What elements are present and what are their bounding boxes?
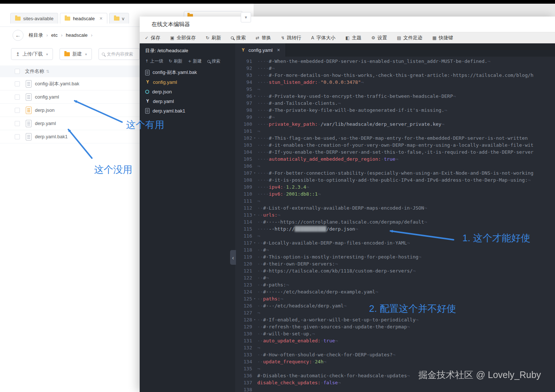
fold-marker-icon[interactable]: ▾ [252,93,257,100]
breadcrumb-item[interactable]: headscale [66,32,87,38]
toolbar-button-goto[interactable]: ↯跳转行 [281,35,301,41]
search-input[interactable] [107,51,136,57]
tree-button-label: 上一级 [150,58,163,64]
select-all-checkbox[interactable] [15,69,20,74]
tree-item[interactable]: Yderp.yaml [140,96,235,106]
toolbar-button-save[interactable]: ✓保存 [145,35,160,41]
tree-button-refresh[interactable]: ↻刷新 [169,58,182,64]
new-button[interactable]: 新建 ▾ [60,48,92,60]
file-content-search[interactable] [99,48,140,60]
toolbar-button-save-all[interactable]: ▣全部保存 [170,35,196,41]
toolbar-button-settings[interactable]: ⚙设置 [371,35,387,41]
code-editor[interactable]: 91····#·When·the·embedded·DERP·server·is… [235,57,555,392]
toolbar-button-replace[interactable]: ⇄替换 [255,35,271,41]
refresh-icon: ↻ [205,35,209,40]
toolbar-button-footprint[interactable]: ▤文件足迹 [397,35,422,41]
row-checkbox[interactable] [15,134,20,139]
fold-gutter [252,177,257,183]
code-line: 97····#·and·Tailscale·clients.¬ [235,100,555,107]
code-line: 93····#·For·more·details·on·how·this·wor… [235,72,555,79]
tree-item[interactable]: derp.yaml.bak1 [140,106,235,115]
code-line: 124··#····-·/etc/headscale/derp-example.… [235,288,555,295]
code-text: ····private_key_path:·/var/lib/headscale… [257,121,444,128]
code-line: 120··#·their·own·DERP·servers:¬ [235,260,555,267]
line-number: 92 [235,65,252,72]
fold-marker-icon[interactable]: ▾ [252,135,257,142]
yaml-icon: Y [145,79,150,85]
line-number: 128 [235,316,252,323]
line-number: 107 [235,170,252,177]
code-line: 111¬ [235,197,555,204]
upload-download-button[interactable]: ↥ 上传/下载 ▾ [11,48,53,60]
toolbar-button-label: 搜索 [236,35,246,41]
editor-body: 目录: /etc/headscale ↑上一级↻刷新+新建搜索 config-副… [140,43,555,392]
line-number: 98 [235,107,252,114]
tree-item[interactable]: Yconfig.yaml [140,77,235,87]
line-number: 115 [235,225,252,232]
tab-config-yaml[interactable]: Y config.yaml × [235,43,286,57]
theme-icon: ◧ [345,35,350,40]
toolbar-button-theme[interactable]: ◧主题 [345,35,361,41]
fold-marker-icon[interactable]: ▾ [252,239,257,246]
code-line: 138 [235,386,555,392]
toolbar-button-refresh[interactable]: ↻刷新 [205,35,221,41]
line-number: 96 [235,93,252,100]
tree-button-search[interactable]: 搜索 [207,58,221,64]
tree-button-plus[interactable]: +新建 [188,58,201,64]
breadcrumb-item[interactable]: etc [51,32,57,38]
code-text: ¬ [257,232,260,239]
fold-marker-icon[interactable]: ▾ [252,295,257,302]
code-text: disable_check_updates:·false¬ [257,379,341,386]
annotation-note2: 2. 配置这个并不好使 [369,302,456,315]
settings-icon: ⚙ [371,35,375,40]
dialog-header: 在线文本编辑器 [140,17,555,32]
close-icon[interactable]: × [100,15,103,21]
tree-button-up[interactable]: ↑上一级 [145,58,163,64]
tree-item[interactable]: config-副本.yaml.bak [140,68,235,77]
line-number: 100 [235,121,252,128]
code-text: ····#·The·private·key·file·will·be·autog… [257,107,447,114]
fold-marker-icon[interactable]: ▾ [252,316,257,323]
sort-icon[interactable]: ⇅ [46,69,49,74]
fold-gutter [252,344,257,351]
fold-gutter [252,386,257,392]
row-checkbox[interactable] [15,81,20,86]
row-checkbox[interactable] [15,108,20,113]
fold-gutter [252,65,257,72]
row-checkbox[interactable] [15,95,20,100]
tab-headscale[interactable]: headscale× [60,13,107,24]
file-name: derp.json [35,107,54,113]
fold-gutter [252,149,257,156]
tab-sites-available[interactable]: sites-available [10,13,58,24]
search-icon [207,60,210,63]
code-text: ¬ [257,365,260,372]
line-number: 133 [235,351,252,358]
code-text: ··#¬ [257,274,269,281]
line-number: 135 [235,365,252,372]
fold-marker-icon[interactable]: ▾ [252,170,257,177]
row-checkbox[interactable] [15,121,20,126]
tab-list-dropdown-button[interactable]: ▾ [241,12,251,22]
toolbar-button-label: 替换 [262,35,271,41]
tree-item[interactable]: derp.json [140,87,235,96]
toolbar-button-hotkey[interactable]: ▦快捷键 [432,35,453,41]
tab-label: v [122,16,125,21]
sidebar-collapse-handle[interactable]: ‹ [230,250,236,265]
code-text: ··#·their·own·DERP·servers:¬ [257,260,338,267]
tab-v[interactable]: v [109,13,129,24]
breadcrumb-item[interactable]: 根目录 [29,32,43,39]
code-line: 91····#·When·the·embedded·DERP·server·is… [235,58,555,65]
folder-icon [15,17,21,21]
fold-marker-icon[interactable]: ▾ [252,211,257,218]
file-name-column-header: 文件名称 [25,68,44,75]
toolbar-button-font[interactable]: A字体大小 [311,35,336,41]
code-line: 122··#¬ [235,274,555,281]
back-button[interactable]: ← [12,30,24,41]
file-name: config.yaml [35,94,59,100]
code-text: ··#·If·enabled,·a·worker·will·be·set·up·… [257,316,418,323]
file-icon [145,70,150,75]
toolbar-button-search[interactable]: 搜索 [231,35,246,41]
code-text: ··#····-·/etc/headscale/derp-example.yam… [257,288,378,295]
close-icon[interactable]: × [277,47,280,53]
breadcrumb: 根目录›etc›headscale› [29,32,93,39]
